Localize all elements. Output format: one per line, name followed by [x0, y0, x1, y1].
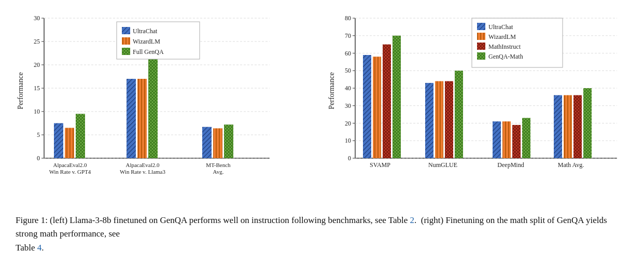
bar-r4-wizardlm [564, 95, 572, 159]
bar-r3-mathinstruct [512, 125, 521, 158]
caption-link-2[interactable]: 4 [37, 243, 42, 253]
label-r4: Math Avg. [558, 161, 584, 169]
caption-table-label: Table [16, 243, 37, 253]
label-g2-line2: Win Rate v. Llama3 [120, 169, 166, 175]
bar-r3-wizardlm [502, 121, 511, 158]
legend-wizardlm-swatch [122, 37, 130, 45]
rlegend-wizardlm-swatch [477, 33, 485, 40]
label-g1-line1: AlpacaEval2.0 [53, 162, 87, 168]
bar-g3-fullgenqa [224, 124, 233, 158]
caption-link-1[interactable]: 2 [410, 215, 414, 225]
svg-text:20: 20 [34, 61, 40, 68]
bar-r4-genqamath [583, 88, 592, 158]
svg-text:70: 70 [345, 32, 351, 39]
caption-suffix: . [41, 243, 44, 253]
label-g1-line2: Win Rate v. GPT4 [49, 169, 91, 175]
bar-r2-ultrachat [425, 83, 433, 158]
bar-g1-wizardlm [65, 128, 74, 159]
svg-text:30: 30 [34, 15, 40, 22]
label-r3: DeepMind [497, 161, 524, 169]
legend-wizardlm-label: WizardLM [133, 38, 160, 45]
label-g2-line1: AlpacaEval2.0 [125, 162, 160, 168]
svg-text:40: 40 [345, 85, 351, 92]
bar-r1-mathinstruct [383, 45, 391, 158]
right-chart-svg: 0 10 20 30 40 50 [327, 10, 638, 202]
svg-text:30: 30 [345, 102, 351, 109]
svg-text:10: 10 [34, 108, 40, 115]
label-r1: SVAMP [370, 161, 390, 169]
svg-text:15: 15 [34, 85, 40, 92]
bar-r2-wizardlm [435, 81, 443, 159]
svg-text:20: 20 [345, 120, 351, 127]
legend-fullgenqa-label: Full GenQA [133, 48, 164, 55]
legend-ultrachat-label: UltraChat [133, 27, 158, 35]
bar-g3-ultrachat [202, 127, 212, 158]
bar-g3-wizardlm [213, 128, 222, 158]
bar-r2-genqamath [455, 71, 463, 158]
bar-r1-genqamath [393, 36, 401, 158]
figure-caption: Figure 1: (left) Llama-3-8b finetuned on… [16, 214, 627, 255]
rlegend-genqamath-swatch [477, 52, 485, 60]
svg-text:0: 0 [348, 155, 351, 162]
legend-fullgenqa-swatch [122, 48, 130, 55]
bar-g1-ultrachat [54, 123, 63, 159]
caption-prefix: Figure 1: (left) Llama-3-8b finetuned on… [16, 215, 410, 225]
bar-r1-wizardlm [373, 57, 381, 158]
rlegend-mathinstruct-label: MathInstruct [488, 43, 521, 50]
bar-r1-ultrachat [363, 55, 371, 158]
rlegend-wizardlm-label: WizardLM [488, 33, 516, 40]
left-y-label: Performance [17, 72, 24, 109]
svg-text:25: 25 [34, 38, 40, 45]
rlegend-genqamath-label: GenQA-Math [488, 53, 523, 60]
bar-g2-ultrachat [127, 79, 136, 158]
label-r2: NumGLUE [428, 161, 457, 169]
bar-r4-mathinstruct [573, 95, 582, 159]
svg-text:80: 80 [345, 15, 351, 22]
bar-r2-mathinstruct [445, 81, 453, 159]
svg-text:0: 0 [37, 155, 40, 162]
svg-text:50: 50 [345, 67, 351, 74]
svg-text:60: 60 [345, 50, 351, 57]
bar-r3-genqamath [522, 118, 530, 158]
rlegend-ultrachat-swatch [477, 23, 485, 30]
bar-r3-ultrachat [493, 121, 501, 158]
left-chart: 0 5 10 15 20 25 [16, 10, 306, 204]
left-chart-svg: 0 5 10 15 20 25 [16, 10, 306, 202]
bar-g2-fullgenqa [148, 49, 158, 159]
label-g3-line1: MT-Bench [206, 162, 231, 168]
svg-text:10: 10 [345, 137, 351, 144]
label-g3-line2: Avg. [213, 169, 224, 175]
rlegend-mathinstruct-swatch [477, 43, 485, 50]
svg-text:5: 5 [37, 131, 40, 138]
legend-ultrachat-swatch [122, 27, 130, 34]
bar-g2-wizardlm [137, 79, 147, 158]
right-y-label: Performance [328, 72, 335, 109]
right-chart: 0 10 20 30 40 50 [327, 10, 638, 204]
bar-g1-fullgenqa [76, 114, 85, 159]
bar-r4-ultrachat [554, 95, 562, 159]
charts-row: 0 5 10 15 20 25 [16, 10, 628, 204]
rlegend-ultrachat-label: UltraChat [488, 23, 513, 31]
